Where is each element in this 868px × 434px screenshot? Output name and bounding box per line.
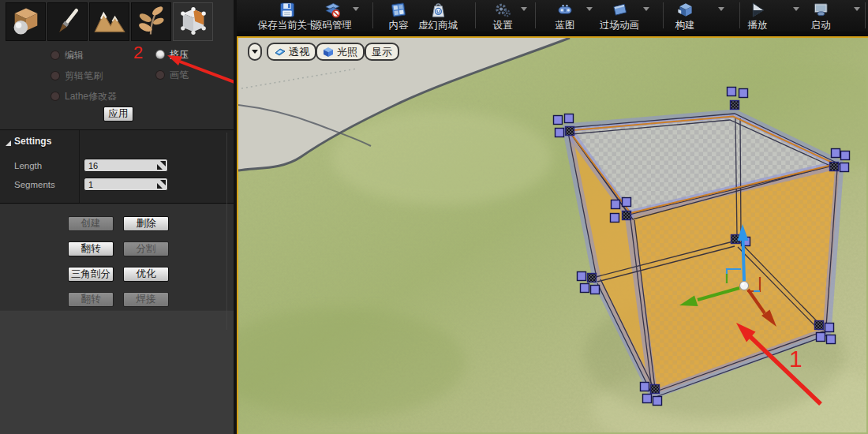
build-dropdown-caret[interactable] [718, 7, 724, 11]
settings-gear-icon [494, 1, 512, 19]
radio-lathe-label: Lathe修改器 [65, 90, 117, 103]
level-viewport[interactable]: 透视 光照 显示 1 [237, 36, 868, 434]
gizmo-center-ball[interactable] [740, 282, 749, 290]
terrain-tool-icon [92, 4, 127, 39]
terrain-tool[interactable] [89, 2, 129, 41]
play-button[interactable]: 播放 [748, 1, 768, 32]
launch-icon [812, 1, 830, 19]
launch-button[interactable]: 启动 [811, 1, 831, 32]
viewport-scene [238, 38, 866, 432]
sculpt-brush-tool[interactable] [47, 2, 88, 41]
blueprints-dropdown-caret[interactable] [586, 7, 593, 11]
weld-button[interactable]: 焊接 [123, 292, 169, 307]
triangulate-button[interactable]: 三角剖分 [68, 267, 114, 282]
unreal-editor-window: { "left_panel": { "tool_tiles": [ { "ico… [0, 0, 868, 434]
radio-extrude[interactable] [156, 51, 164, 58]
optimize-button[interactable]: 优化 [123, 267, 169, 282]
settings-header: Settings [14, 136, 51, 147]
cinematics-button[interactable]: 过场动画 [600, 1, 639, 32]
mesh-edit-tool-icon [176, 4, 211, 39]
lighting-label: 光照 [337, 45, 357, 59]
lighting-mode-button[interactable]: 光照 [316, 43, 365, 61]
build-icon [676, 1, 694, 19]
radio-edit[interactable] [51, 51, 59, 59]
perspective-label: 透视 [289, 45, 309, 59]
settings-dropdown-caret[interactable] [521, 7, 527, 11]
flip-button[interactable]: 翻转 [68, 241, 114, 256]
marketplace-button[interactable]: 虚幻商城 [418, 1, 458, 32]
perspective-icon [274, 47, 286, 57]
settings-expand-arrow-icon[interactable] [6, 140, 11, 146]
numeric-drag-icon[interactable] [157, 161, 166, 170]
blueprints-button[interactable]: 蓝图 [556, 1, 575, 32]
content-browser-button[interactable]: 内容 [389, 1, 409, 32]
toolbar-separator [475, 2, 476, 28]
length-field[interactable] [84, 159, 168, 172]
mesh-edit-tool[interactable] [173, 2, 213, 41]
source-control-icon [324, 1, 342, 19]
segments-input[interactable] [84, 178, 167, 190]
chevron-down-icon [252, 50, 258, 54]
foliage-tool[interactable] [131, 2, 171, 41]
gizmo-z-axis[interactable] [743, 239, 745, 281]
segments-label: Segments [14, 180, 55, 189]
segments-field[interactable] [84, 178, 168, 191]
radio-lathe[interactable] [51, 92, 59, 100]
radio-paint-brush[interactable] [156, 71, 164, 79]
source-control-dropdown-caret[interactable] [353, 7, 359, 11]
toolbar-separator [739, 2, 740, 28]
toolbar-separator [535, 2, 536, 28]
save-level-icon [279, 1, 297, 19]
panel-scrollbar[interactable] [226, 133, 227, 330]
numeric-drag-icon[interactable] [157, 180, 166, 189]
delete-button[interactable]: 删除 [123, 216, 169, 231]
play-dropdown-caret[interactable] [793, 7, 799, 11]
primitive-shapes-tool[interactable] [6, 2, 46, 41]
annotation-step1-number: 1 [789, 346, 803, 372]
blueprints-icon [556, 1, 574, 19]
primitive-shapes-tool-icon [9, 4, 43, 39]
show-label: 显示 [372, 45, 392, 59]
flip2-button[interactable]: 翻转 [68, 292, 114, 307]
source-control-button[interactable]: 源码管理 [312, 1, 352, 32]
settings-column-splitter[interactable] [79, 130, 80, 203]
save-level-button[interactable]: 保存当前关卡 [258, 1, 317, 32]
length-label: Length [14, 161, 42, 170]
buttons-section-bg [0, 204, 234, 310]
create-button[interactable]: 创建 [68, 216, 114, 231]
radio-clip-brush-label: 剪辑笔刷 [65, 69, 103, 83]
toolbar-separator [663, 2, 664, 28]
modeling-tool-panel: 编辑 挤压 剪辑笔刷 画笔 Lathe修改器 应用 Settings Lengt… [0, 0, 234, 434]
panel-empty-area [0, 310, 234, 434]
settings-button[interactable]: 设置 [493, 1, 513, 32]
annotation-step2-number: 2 [133, 43, 143, 63]
sculpt-brush-tool-icon [51, 4, 85, 39]
lit-cube-icon [323, 47, 334, 58]
apply-button[interactable]: 应用 [103, 107, 133, 122]
radio-edit-label: 编辑 [65, 49, 84, 62]
viewport-options-dropdown[interactable] [248, 43, 262, 61]
foliage-tool-icon [134, 4, 169, 39]
cinematics-dropdown-caret[interactable] [643, 7, 649, 11]
radio-paint-brush-label: 画笔 [170, 69, 189, 82]
toolbar-separator [372, 2, 373, 28]
perspective-mode-button[interactable]: 透视 [267, 43, 316, 61]
content-browser-icon [390, 1, 408, 19]
show-flags-button[interactable]: 显示 [365, 43, 399, 61]
cinematics-icon [611, 1, 629, 19]
launch-dropdown-caret[interactable] [854, 7, 860, 11]
length-input[interactable] [84, 159, 167, 171]
build-button[interactable]: 构建 [675, 1, 695, 32]
split-button[interactable]: 分割 [123, 241, 169, 256]
radio-clip-brush[interactable] [51, 72, 59, 80]
marketplace-icon [429, 1, 447, 19]
main-toolbar: 保存当前关卡 源码管理 内容 虚幻商城 [237, 0, 868, 32]
play-icon [749, 1, 767, 19]
radio-extrude-label: 挤压 [170, 48, 189, 62]
toolbar-separator [865, 2, 866, 28]
